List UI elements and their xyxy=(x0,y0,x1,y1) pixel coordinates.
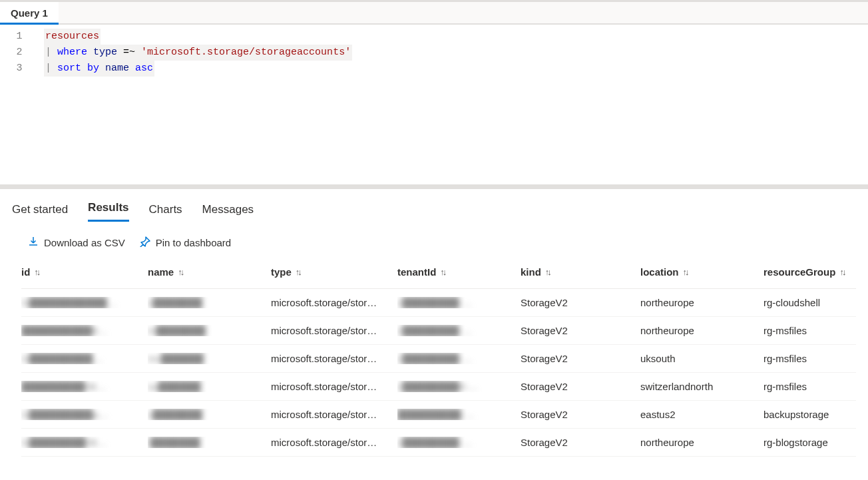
cell-resourceGroup: backupstorage xyxy=(763,409,868,420)
table-body: /s███████████…c███████microsoft.storage/… xyxy=(21,289,856,457)
table-row[interactable]: /s█████████…ms██████microsoft.storage/st… xyxy=(21,345,856,373)
column-header-label: type xyxy=(271,266,292,278)
cell-resourceGroup: rg-cloudshell xyxy=(763,297,868,308)
column-header-id[interactable]: id↑↓ xyxy=(21,266,148,278)
cell-name: t███████ xyxy=(148,437,271,448)
sort-icon: ↑↓ xyxy=(34,267,39,277)
table-header: id↑↓name↑↓type↑↓tenantId↑↓kind↑↓location… xyxy=(21,261,856,289)
editor-gutter: 123 xyxy=(0,25,39,184)
tab-charts[interactable]: Charts xyxy=(149,203,182,222)
code-line[interactable]: resources xyxy=(44,29,863,45)
column-header-location[interactable]: location↑↓ xyxy=(640,266,763,278)
cell-tenantId: c████████-… xyxy=(397,297,521,308)
cell-name: ms██████ xyxy=(148,353,271,364)
column-header-label: name xyxy=(148,266,174,278)
cell-tenantId: c████████-… xyxy=(397,353,521,364)
cell-name: sa██████ xyxy=(148,381,271,392)
cell-resourceGroup: rg-msfiles xyxy=(763,353,868,364)
results-table: id↑↓name↑↓type↑↓tenantId↑↓kind↑↓location… xyxy=(0,261,868,457)
cell-location: switzerlandnorth xyxy=(640,381,763,392)
cell-location: northeurope xyxy=(640,297,763,308)
column-header-label: resourceGroup xyxy=(763,266,835,278)
line-number: 3 xyxy=(0,61,39,77)
cell-id: /s███████████… xyxy=(21,297,148,308)
results-toolbar: Download as CSV Pin to dashboard xyxy=(0,222,868,261)
cell-tenantId: c████████-… xyxy=(397,437,521,448)
query-tab[interactable]: Query 1 xyxy=(0,2,59,25)
cell-kind: StorageV2 xyxy=(521,297,640,308)
code-editor[interactable]: 123 resources| where type =~ 'microsoft.… xyxy=(0,25,868,184)
column-header-label: location xyxy=(640,266,679,278)
table-row[interactable]: /s████████08…t███████microsoft.storage/s… xyxy=(21,429,856,457)
table-row[interactable]: /s███████████…c███████microsoft.storage/… xyxy=(21,289,856,317)
column-header-resourceGroup[interactable]: resourceGroup↑↓ xyxy=(763,266,868,278)
cell-name: s███████ xyxy=(148,409,271,420)
pin-dashboard-label: Pin to dashboard xyxy=(156,237,231,248)
sort-icon: ↑↓ xyxy=(178,267,182,277)
cell-type: microsoft.storage/stor… xyxy=(271,437,397,448)
cell-type: microsoft.storage/stor… xyxy=(271,297,397,308)
cell-id: /s█████████a… xyxy=(21,409,148,420)
cell-location: northeurope xyxy=(640,437,763,448)
cell-id: /s████████08… xyxy=(21,437,148,448)
cell-type: microsoft.storage/stor… xyxy=(271,325,397,336)
cell-kind: StorageV2 xyxy=(521,381,640,392)
line-number: 2 xyxy=(0,45,39,61)
cell-resourceGroup: rg-msfiles xyxy=(763,325,868,336)
pin-icon xyxy=(140,236,150,249)
download-csv-label: Download as CSV xyxy=(44,237,125,248)
sort-icon: ↑↓ xyxy=(440,267,445,277)
cell-id: /s█████████… xyxy=(21,353,148,364)
column-header-tenantId[interactable]: tenantId↑↓ xyxy=(397,266,521,278)
cell-location: uksouth xyxy=(640,353,763,364)
tab-messages[interactable]: Messages xyxy=(202,203,254,222)
column-header-label: tenantId xyxy=(397,266,436,278)
download-icon xyxy=(28,236,39,249)
sort-icon: ↑↓ xyxy=(296,267,300,277)
column-header-name[interactable]: name↑↓ xyxy=(148,266,271,278)
code-line[interactable]: | where type =~ 'microsoft.storage/stora… xyxy=(44,45,863,61)
tab-results[interactable]: Results xyxy=(88,201,128,222)
editor-results-separator xyxy=(0,184,868,189)
column-header-type[interactable]: type↑↓ xyxy=(271,266,397,278)
results-tab-bar: Get startedResultsChartsMessages xyxy=(0,189,868,222)
sort-icon: ↑↓ xyxy=(545,267,550,277)
cell-tenantId: █████████-… xyxy=(397,409,521,420)
cell-kind: StorageV2 xyxy=(521,353,640,364)
column-header-label: kind xyxy=(521,266,541,278)
cell-type: microsoft.storage/stor… xyxy=(271,409,397,420)
pin-dashboard-button[interactable]: Pin to dashboard xyxy=(140,236,231,249)
cell-id: █████████08… xyxy=(21,381,148,392)
cell-tenantId: c████████-… xyxy=(397,325,521,336)
cell-tenantId: c████████9-… xyxy=(397,381,521,392)
line-number: 1 xyxy=(0,29,39,45)
sort-icon: ↑↓ xyxy=(683,267,688,277)
cell-kind: StorageV2 xyxy=(521,437,640,448)
cell-name: c███████ xyxy=(148,297,271,308)
column-header-label: id xyxy=(21,266,30,278)
table-row[interactable]: /s█████████a…s███████microsoft.storage/s… xyxy=(21,401,856,429)
cell-location: northeurope xyxy=(640,325,763,336)
cell-resourceGroup: rg-blogstorage xyxy=(763,437,868,448)
download-csv-button[interactable]: Download as CSV xyxy=(28,236,125,249)
code-line[interactable]: | sort by name asc xyxy=(44,61,863,77)
query-tab-bar: Query 1 xyxy=(0,2,868,25)
cell-name: m███████ xyxy=(148,325,271,336)
sort-icon: ↑↓ xyxy=(839,267,844,277)
tab-get-started[interactable]: Get started xyxy=(12,203,68,222)
cell-kind: StorageV2 xyxy=(521,325,640,336)
table-row[interactable]: █████████08…sa██████microsoft.storage/st… xyxy=(21,373,856,401)
cell-kind: StorageV2 xyxy=(521,409,640,420)
cell-type: microsoft.storage/stor… xyxy=(271,353,397,364)
table-row[interactable]: ██████████8…m███████microsoft.storage/st… xyxy=(21,317,856,345)
column-header-kind[interactable]: kind↑↓ xyxy=(521,266,640,278)
cell-location: eastus2 xyxy=(640,409,763,420)
cell-id: ██████████8… xyxy=(21,325,148,336)
cell-resourceGroup: rg-msfiles xyxy=(763,381,868,392)
cell-type: microsoft.storage/stor… xyxy=(271,381,397,392)
editor-code-area[interactable]: resources| where type =~ 'microsoft.stor… xyxy=(39,25,868,184)
